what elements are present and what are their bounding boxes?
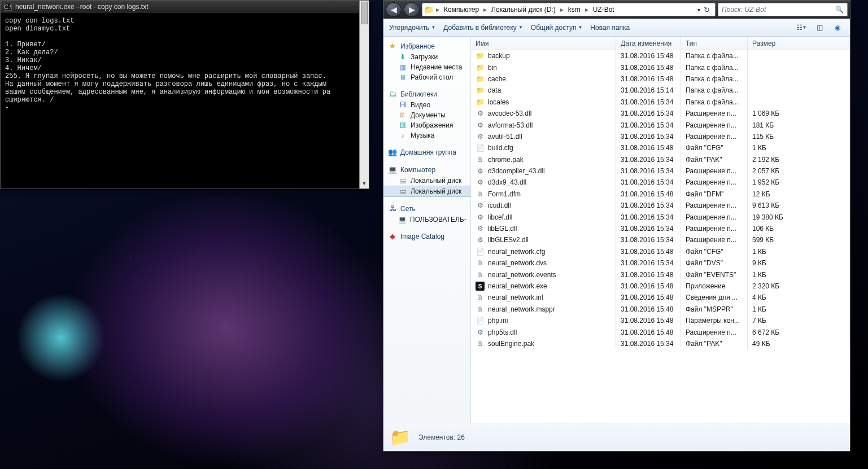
breadcrumb-seg-0[interactable]: Компьютер [440,6,482,14]
table-row[interactable]: 🗎soulEngine.pak31.08.2016 15:34Файл "PAK… [471,338,850,349]
table-row[interactable]: Sneural_network.exe31.08.2016 15:48Прило… [471,280,850,292]
file-size [748,62,850,73]
terminal-titlebar[interactable]: C:\ neural_network.exe –root - copy con … [1,1,369,14]
sidebar-item-recent[interactable]: ▥Недавние места [383,62,470,72]
scroll-down-icon[interactable]: ▼ [360,179,369,189]
table-row[interactable]: ⚙d3dx9_43.dll31.08.2016 15:34Расширение … [471,177,850,188]
status-text: Элементов: 26 [418,433,465,441]
star-icon: ★ [388,42,397,50]
terminal-output[interactable]: copy con logs.txt open dinamyc.txt 1. Пр… [1,14,369,189]
sidebar-item-documents[interactable]: 🗎Документы [383,110,470,120]
file-size [748,73,850,85]
desktop-icon: 🖥 [398,73,407,81]
sidebar-network[interactable]: 🖧Сеть [383,203,470,214]
search-input[interactable]: Поиск: UZ-Bot 🔍 [718,3,848,16]
explorer-addressbar-row: ◀ ▶ 📁 ▸ Компьютер ▸ Локальный диск (D:) … [383,1,850,19]
explorer-window[interactable]: ◀ ▶ 📁 ▸ Компьютер ▸ Локальный диск (D:) … [383,0,850,452]
table-row[interactable]: ⚙avformat-53.dll31.08.2016 15:34Расширен… [471,119,850,130]
column-type[interactable]: Тип [681,37,748,50]
table-row[interactable]: 📁backup31.08.2016 15:48Папка с файла... [471,50,850,62]
sidebar-item-video[interactable]: 🎞Видео [383,100,470,110]
table-row[interactable]: 🗎neural_network.msppr31.08.2016 15:48Фай… [471,304,850,315]
back-button[interactable]: ◀ [386,2,402,17]
file-type-icon: ⚙ [476,224,485,233]
sidebar-item-user-pc[interactable]: 💻ПОЛЬЗОВАТЕЛЬ- [383,214,470,225]
terminal-scrollbar[interactable]: ▲ ▼ [359,1,369,189]
file-date: 31.08.2016 15:34 [616,154,681,165]
file-name: soulEngine.pak [488,340,534,348]
organize-button[interactable]: Упорядочить▼ [389,24,435,32]
scroll-thumb[interactable] [361,2,368,24]
refresh-button[interactable]: ▾↻ [692,6,715,14]
sidebar-libraries[interactable]: 🗂Библиотеки [383,88,470,100]
column-size[interactable]: Размер [748,37,850,50]
sidebar-item-images[interactable]: 🖼Изображения [383,120,470,130]
table-row[interactable]: ⚙avutil-51.dll31.08.2016 15:34Расширение… [471,131,850,142]
folder-icon: 📁 [389,427,411,448]
file-date: 31.08.2016 15:48 [616,246,681,257]
sidebar-item-downloads[interactable]: ⬇Загрузки [383,52,470,62]
file-date: 31.08.2016 15:34 [616,257,681,269]
file-date: 31.08.2016 15:34 [616,338,681,349]
file-type-icon: ⚙ [476,132,485,141]
view-mode-button[interactable]: ☷ ▼ [795,21,808,34]
breadcrumb[interactable]: 📁 ▸ Компьютер ▸ Локальный диск (D:) ▸ ks… [422,3,716,16]
sidebar-item-localdisk-c[interactable]: 🖴Локальный диск [383,176,470,186]
table-row[interactable]: 📁bin31.08.2016 15:48Папка с файла... [471,62,850,73]
terminal-window[interactable]: C:\ neural_network.exe –root - copy con … [0,0,369,189]
table-row[interactable]: ⚙d3dcompiler_43.dll31.08.2016 15:34Расши… [471,165,850,177]
documents-icon: 🗎 [398,111,407,119]
table-row[interactable]: ⚙icudt.dll31.08.2016 15:34Расширение п..… [471,200,850,211]
terminal-icon: C:\ [4,3,12,11]
preview-pane-button[interactable]: ◫ [813,21,826,34]
table-row[interactable]: 🗎neural_network.inf31.08.2016 15:48Сведе… [471,292,850,303]
folder-icon: 📁 [422,5,435,14]
sidebar-computer[interactable]: 💻Компьютер [383,164,470,176]
file-type: Расширение п... [681,119,748,130]
sidebar-homegroup[interactable]: 👥Домашняя группа [383,146,470,158]
help-button[interactable]: ◉ [831,21,844,34]
file-type-icon: ⚙ [476,109,485,118]
sidebar-image-catalog[interactable]: ◆Image Catalog [383,230,470,242]
search-icon[interactable]: 🔍 [835,6,844,14]
file-name: neural_network.dvs [488,259,547,267]
table-row[interactable]: ⚙libEGL.dll31.08.2016 15:34Расширение п.… [471,223,850,234]
table-row[interactable]: 🗎Form1.dfm31.08.2016 15:48Файл "DFM"12 К… [471,189,850,200]
table-row[interactable]: 📄build.cfg31.08.2016 15:48Файл "CFG"1 КБ [471,142,850,154]
table-row[interactable]: 📁cache31.08.2016 15:48Папка с файла... [471,73,850,85]
share-button[interactable]: Общий доступ▼ [531,24,583,32]
table-row[interactable]: 📁data31.08.2016 15:14Папка с файла... [471,85,850,96]
column-date[interactable]: Дата изменения [616,37,681,50]
sidebar-item-music[interactable]: ♪Музыка [383,130,470,141]
table-row[interactable]: 📁locales31.08.2016 15:34Папка с файла... [471,97,850,108]
table-row[interactable]: 📄php.ini31.08.2016 15:48Параметры кон...… [471,315,850,326]
new-folder-button[interactable]: Новая папка [590,24,630,32]
table-row[interactable]: ⚙avcodec-53.dll31.08.2016 15:34Расширени… [471,108,850,119]
table-row[interactable]: 🗎chrome.pak31.08.2016 15:34Файл "PAK"2 1… [471,154,850,165]
table-row[interactable]: 📄neural_network.cfg31.08.2016 15:48Файл … [471,246,850,257]
table-row[interactable]: 🗎neural_network.dvs31.08.2016 15:34Файл … [471,257,850,269]
file-name: data [488,86,501,94]
table-row[interactable]: ⚙libcef.dll31.08.2016 15:34Расширение п.… [471,211,850,222]
sidebar-favorites[interactable]: ★Избранное [383,40,470,52]
file-list[interactable]: 📁backup31.08.2016 15:48Папка с файла...📁… [471,50,850,423]
file-type: Файл "DVS" [681,257,748,269]
breadcrumb-seg-1[interactable]: Локальный диск (D:) [488,6,559,14]
file-name: cache [488,75,506,83]
table-row[interactable]: ⚙libGLESv2.dll31.08.2016 15:34Расширение… [471,234,850,246]
file-type-icon: 🗎 [476,305,485,314]
breadcrumb-seg-3[interactable]: UZ-Bot [590,6,618,14]
video-icon: 🎞 [398,101,407,109]
sidebar-item-desktop[interactable]: 🖥Рабочий стол [383,72,470,82]
add-to-library-button[interactable]: Добавить в библиотеку▼ [443,24,522,32]
file-type: Файл "PAK" [681,154,748,165]
breadcrumb-seg-2[interactable]: ksm [565,6,584,14]
column-name[interactable]: Имя [471,37,616,50]
file-date: 31.08.2016 15:48 [616,280,681,292]
forward-button[interactable]: ▶ [404,2,420,17]
table-row[interactable]: ⚙php5ts.dll31.08.2016 15:48Расширение п.… [471,326,850,337]
file-type-icon: 🗎 [476,339,485,348]
sidebar-item-localdisk-d[interactable]: 🖴Локальный диск [383,186,470,197]
table-row[interactable]: 🗎neural_network.events31.08.2016 15:48Фа… [471,269,850,280]
file-date: 31.08.2016 15:34 [616,223,681,234]
